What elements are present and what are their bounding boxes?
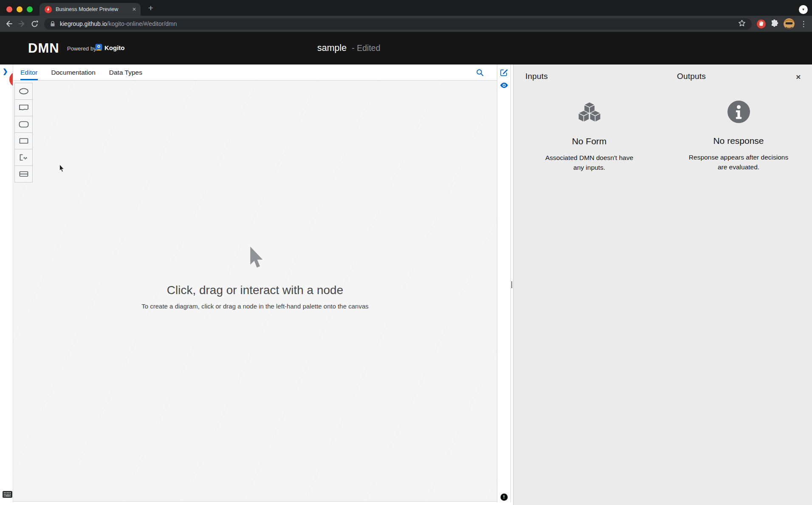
palette-text-annotation-button[interactable] [14,149,33,166]
mouse-pointer-icon [58,164,65,175]
inputs-empty-title: No Form [513,136,665,146]
inputs-title: Inputs [525,72,665,81]
canvas-hint-subtitle: To create a diagram, click or drag a nod… [13,303,497,310]
tab-search-button[interactable]: ▾ [799,5,808,14]
tab-close-icon[interactable]: ✕ [132,6,136,12]
decision-service-icon [18,170,29,178]
url-path: /kogito-online/#/editor/dmn [107,20,177,27]
palette-business-knowledge-model-button[interactable] [14,116,33,133]
powered-by-label: Powered by [67,45,96,52]
cubes-icon [577,101,602,123]
browser-menu-icon[interactable]: ⋮ [798,20,809,28]
url-host: kiegroup.github.io [60,20,107,27]
kogito-label: Kogito [104,44,124,51]
adblock-extension-icon[interactable] [757,20,766,28]
palette-knowledge-source-button[interactable] [14,99,33,116]
expand-panel-chevron-icon[interactable]: ❯ [3,67,8,75]
outputs-empty-desc: Response appears after decisions are eva… [684,152,793,172]
edit-properties-icon[interactable] [500,68,508,78]
lock-icon [50,21,55,27]
new-tab-button[interactable]: + [145,3,157,14]
node-palette [14,83,33,182]
search-icon[interactable] [476,69,484,78]
decision-icon [18,137,29,145]
panel-resize-handle[interactable] [511,281,512,288]
tab-editor[interactable]: Editor [20,65,38,80]
outputs-empty-state: No response Response appears after decis… [665,101,812,172]
app-header: DMN Powered by Kogito sample - Edited DM… [0,32,812,65]
browser-toolbar: kiegroup.github.io/kogito-online/#/edito… [0,16,812,32]
editor-tab-bar: Editor Documentation Data Types [13,65,497,81]
canvas-empty-hint: Click, drag or interact with a node To c… [13,246,497,310]
editor-side-rail: ! [497,65,511,502]
outputs-title: Outputs [677,72,812,81]
inputs-column: Inputs No Form Associated DMN doesn't ha… [513,65,665,505]
tab-data-types[interactable]: Data Types [109,65,142,80]
outputs-column: Outputs ✕ No response Response appears a… [665,65,812,505]
file-name[interactable]: sample - Edited [317,32,381,65]
reload-button[interactable] [28,17,41,30]
extensions-puzzle-icon[interactable] [770,19,779,29]
dmn-favicon-icon [45,6,52,13]
preview-eye-icon[interactable] [500,82,508,90]
inputs-empty-desc: Associated DMN doesn't have any inputs. [539,153,639,173]
knowledge-source-icon [18,104,29,112]
kogito-logo-icon [95,44,102,53]
palette-decision-button[interactable] [14,132,33,149]
business-knowledge-model-icon [18,121,29,128]
inputs-empty-state: No Form Associated DMN doesn't have any … [513,101,665,173]
window-minimize-button[interactable] [17,6,23,12]
dmn-runner-panel: Inputs No Form Associated DMN doesn't ha… [513,65,812,505]
browser-tab[interactable]: Business Modeler Preview ✕ [39,3,141,16]
url-bar[interactable]: kiegroup.github.io/kogito-online/#/edito… [44,18,752,30]
tab-documentation[interactable]: Documentation [51,65,96,80]
cursor-arrow-icon [246,246,264,271]
screen: Business Modeler Preview ✕ + ▾ kiegroup.… [0,0,812,505]
canvas-hint-title: Click, drag or interact with a node [13,283,497,297]
outputs-empty-title: No response [665,136,812,146]
validation-issues-button[interactable]: ! [500,494,508,501]
window-close-button[interactable] [6,6,12,12]
diagram-canvas[interactable]: Click, drag or interact with a node To c… [13,81,497,502]
input-data-icon [18,87,29,95]
close-panel-icon[interactable]: ✕ [795,73,801,81]
editor-column: Editor Documentation Data Types [13,65,497,502]
edited-status: - Edited [352,43,380,53]
window-zoom-button[interactable] [27,6,33,12]
forward-button[interactable] [15,17,28,30]
browser-tab-strip: Business Modeler Preview ✕ + ▾ [0,0,812,16]
bookmark-star-icon[interactable] [738,20,746,28]
palette-input-data-button[interactable] [14,83,33,100]
palette-decision-service-button[interactable] [14,166,33,182]
profile-avatar[interactable] [784,18,795,29]
keyboard-shortcuts-icon[interactable] [3,491,12,499]
back-button[interactable] [3,17,15,30]
browser-tab-title: Business Modeler Preview [56,6,129,12]
info-circle-icon [727,101,750,123]
text-annotation-icon [18,154,29,161]
app-brand: DMN [28,32,59,65]
